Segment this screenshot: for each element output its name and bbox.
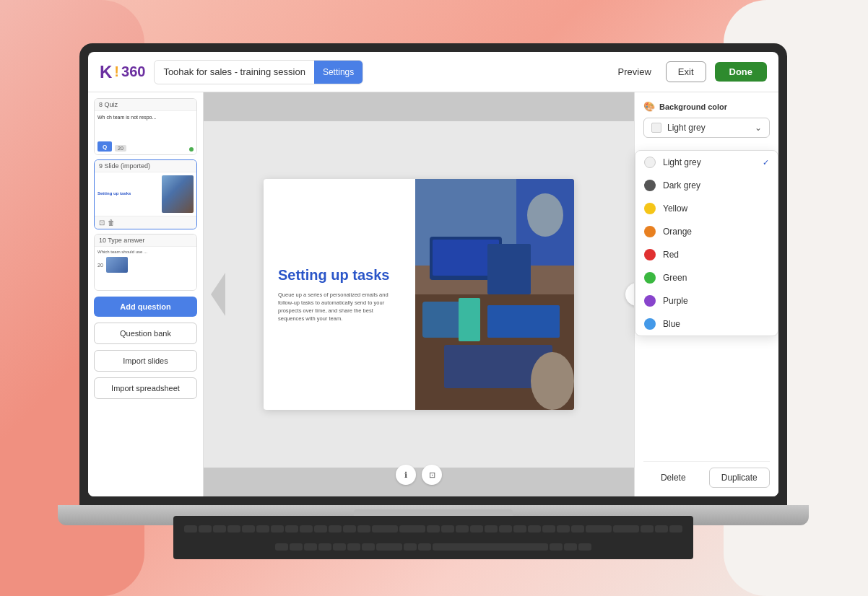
color-name-blue: Blue [663, 319, 769, 329]
key [256, 525, 269, 533]
key [372, 525, 398, 533]
slide-description: Queue up a series of personalized emails… [278, 291, 401, 323]
left-arrow-deco [211, 273, 225, 316]
panel-actions: Delete Duplicate [643, 461, 770, 488]
slide-9-content: Setting up tasks [95, 172, 196, 216]
color-circle-green [644, 272, 656, 284]
svg-rect-9 [487, 305, 560, 338]
slide-nav-right-button[interactable]: › [625, 283, 634, 306]
import-spreadsheet-button[interactable]: Import spreadsheet [94, 377, 197, 399]
slide-10-content: Which team should use ... 20 [95, 247, 196, 290]
key [427, 525, 440, 533]
preview-button[interactable]: Preview [612, 66, 657, 77]
key [586, 525, 612, 533]
key [290, 543, 303, 551]
panel-section-title: 🎨 Background color [643, 101, 770, 112]
slide-8-badge: Q [97, 141, 112, 152]
color-option-red[interactable]: Red [635, 243, 778, 266]
slide-item-9[interactable]: 9 Slide (imported) Setting up tasks [94, 159, 197, 229]
logo-k: K [100, 62, 112, 82]
app-header: K!360 Toohak for sales - training sessio… [88, 52, 778, 92]
slide-image-right [415, 179, 574, 410]
key [571, 525, 584, 533]
key [470, 525, 483, 533]
key [333, 543, 346, 551]
settings-button[interactable]: Settings [314, 60, 363, 84]
key [314, 525, 327, 533]
slide-8-content: Wh ch team is not respo... Q 20 [95, 111, 196, 154]
duplicate-button[interactable]: Duplicate [709, 468, 771, 488]
laptop-bezel: K!360 Toohak for sales - training sessio… [79, 43, 787, 505]
selected-color-swatch [651, 123, 661, 133]
spacebar-key [433, 543, 548, 551]
color-option-dark-grey[interactable]: Dark grey [635, 174, 778, 197]
slide-8-header: 8 Quiz [95, 99, 196, 111]
slide-10-type-content: Which team should use ... 20 [95, 247, 196, 276]
color-option-blue[interactable]: Blue [635, 312, 778, 336]
key [184, 525, 197, 533]
key [399, 525, 425, 533]
key [528, 525, 541, 533]
svg-rect-5 [487, 244, 531, 294]
slide-10-mini-img [106, 257, 128, 273]
key [550, 543, 563, 551]
add-question-button[interactable]: Add question [94, 297, 197, 317]
key [655, 525, 668, 533]
import-slides-button[interactable]: Import slides [94, 350, 197, 372]
key [242, 525, 255, 533]
session-title-pill: Toohak for sales - training session Sett… [154, 60, 363, 84]
session-title: Toohak for sales - training session [155, 66, 314, 77]
slide-item-8[interactable]: 8 Quiz Wh ch team is not respo... Q 20 [94, 98, 197, 155]
slide-bottom-icons: ℹ ⊡ [396, 465, 442, 485]
logo-360: 360 [121, 63, 145, 80]
top-gray-bar [204, 92, 634, 121]
selected-color-label: Light grey [667, 123, 755, 133]
sidebar: 8 Quiz Wh ch team is not respo... Q 20 [88, 92, 204, 496]
key [564, 543, 577, 551]
slide-9-delete-icon[interactable]: 🗑 [108, 219, 115, 227]
key [613, 525, 639, 533]
main-content: Setting up tasks Queue up a series of pe… [204, 92, 634, 496]
done-button[interactable]: Done [715, 62, 768, 82]
exit-button[interactable]: Exit [666, 61, 706, 82]
laptop-keyboard [173, 516, 693, 559]
slide-10-header: 10 Type answer [95, 235, 196, 247]
slide-image-icon[interactable]: ⊡ [422, 465, 442, 485]
key [347, 543, 360, 551]
color-dropdown[interactable]: Light grey ⌄ [643, 118, 770, 138]
color-option-orange[interactable]: Orange [635, 220, 778, 243]
laptop-container: K!360 Toohak for sales - training sessio… [79, 43, 787, 534]
key [513, 525, 526, 533]
color-name-orange: Orange [663, 227, 769, 237]
color-name-light-grey: Light grey [663, 157, 755, 167]
slide-item-10[interactable]: 10 Type answer Which team should use ...… [94, 234, 197, 291]
slide-content-left: Setting up tasks Queue up a series of pe… [264, 179, 415, 410]
color-circle-orange [644, 226, 656, 237]
color-name-dark-grey: Dark grey [663, 180, 769, 190]
app-logo: K!360 [100, 62, 145, 82]
color-option-purple[interactable]: Purple [635, 289, 778, 312]
key [485, 525, 498, 533]
slide-9-monitor-icon[interactable]: ⊡ [99, 219, 105, 227]
background-color-label: Background color [659, 102, 727, 111]
color-name-purple: Purple [663, 296, 769, 306]
color-circle-light-grey [644, 157, 656, 168]
key [418, 543, 431, 551]
slide-9-mini-photo [162, 175, 194, 213]
key [404, 543, 417, 551]
key [542, 525, 555, 533]
color-name-red: Red [663, 250, 769, 260]
key [641, 525, 654, 533]
slide-info-icon[interactable]: ℹ [396, 465, 416, 485]
color-option-green[interactable]: Green [635, 266, 778, 289]
color-circle-red [644, 249, 656, 260]
key [557, 525, 570, 533]
app-body: 8 Quiz Wh ch team is not respo... Q 20 [88, 92, 778, 496]
key [285, 525, 298, 533]
key [300, 525, 313, 533]
color-option-yellow[interactable]: Yellow [635, 197, 778, 220]
color-option-light-grey[interactable]: Light grey ✓ [635, 151, 778, 174]
delete-button[interactable]: Delete [643, 468, 703, 488]
question-bank-button[interactable]: Question bank [94, 323, 197, 344]
key [213, 525, 226, 533]
